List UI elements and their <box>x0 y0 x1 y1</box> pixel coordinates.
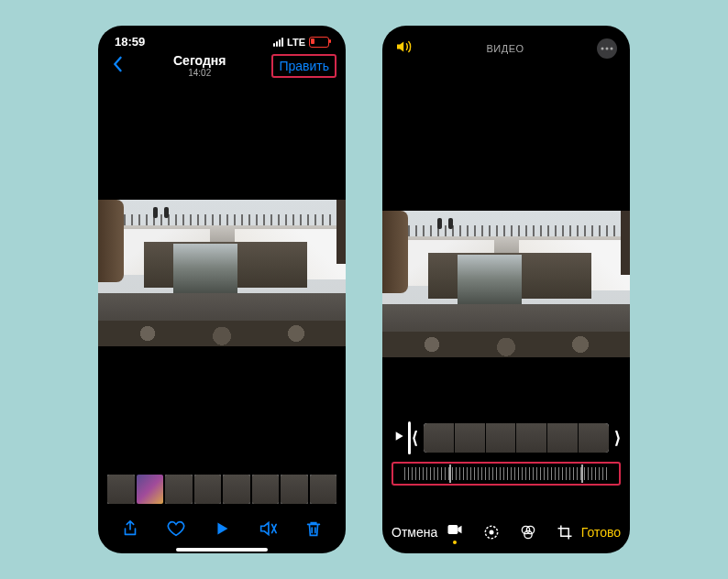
svg-point-5 <box>489 530 493 535</box>
svg-point-2 <box>611 48 613 50</box>
favorite-button[interactable] <box>166 519 186 542</box>
share-button[interactable] <box>120 519 140 542</box>
tool-filters[interactable] <box>519 523 537 541</box>
title-area: Сегодня 14:02 <box>173 53 226 78</box>
trim-handle-left[interactable]: ⟨ <box>412 428 418 448</box>
svg-point-7 <box>526 526 534 533</box>
back-button[interactable] <box>107 54 127 78</box>
delete-button[interactable] <box>303 519 324 542</box>
thumbnail-item[interactable] <box>165 475 193 504</box>
cancel-button[interactable]: Отмена <box>392 525 437 540</box>
svg-point-8 <box>524 530 531 538</box>
editor-header: ВИДЕО <box>382 26 630 64</box>
battery-icon <box>309 37 329 48</box>
editor-preview[interactable] <box>382 211 630 357</box>
thumbnail-item[interactable] <box>223 475 250 504</box>
thumbnail-item[interactable] <box>310 475 337 504</box>
title-main: Сегодня <box>173 53 226 68</box>
done-button[interactable]: Готово <box>581 525 621 540</box>
trim-track[interactable] <box>424 423 609 453</box>
edit-button[interactable]: Править <box>271 54 336 78</box>
status-right: LTE <box>273 37 329 48</box>
phone-viewer: 18:59 LTE Сегодня 14:02 Править <box>98 26 346 553</box>
sound-button[interactable] <box>395 39 414 58</box>
header: Сегодня 14:02 Править <box>98 50 346 81</box>
toolbar <box>98 519 346 542</box>
carrier-label: LTE <box>287 37 305 48</box>
svg-point-0 <box>601 48 604 50</box>
trim-handle-right[interactable]: ⟩ <box>614 428 621 448</box>
status-bar: 18:59 LTE <box>98 26 346 50</box>
play-button-small[interactable] <box>392 429 406 447</box>
thumbnail-item[interactable] <box>281 475 308 504</box>
tool-adjust[interactable] <box>482 523 501 541</box>
status-time: 18:59 <box>115 35 145 49</box>
home-indicator[interactable] <box>176 548 268 552</box>
svg-point-1 <box>606 48 609 50</box>
title-subtitle: 14:02 <box>173 68 226 78</box>
tool-icons <box>446 520 574 544</box>
signal-icon <box>273 38 283 47</box>
phone-editor: ВИДЕО ⟨ ⟩ Отмена Готово <box>382 26 630 553</box>
tool-video[interactable] <box>446 520 464 544</box>
thumbnail-item[interactable] <box>137 475 164 504</box>
thumbnail-item[interactable] <box>252 475 280 504</box>
thumbnail-strip[interactable] <box>107 475 336 504</box>
mute-button[interactable] <box>258 519 278 542</box>
tool-crop[interactable] <box>556 523 574 541</box>
editor-toolbar: Отмена Готово <box>382 520 630 544</box>
thumbnail-item[interactable] <box>107 475 135 504</box>
slider-track[interactable] <box>404 467 607 480</box>
svg-rect-3 <box>447 525 458 534</box>
play-button[interactable] <box>212 519 232 542</box>
trim-bar: ⟨ ⟩ <box>392 421 621 454</box>
adjustment-slider[interactable] <box>392 462 621 486</box>
video-preview[interactable] <box>98 200 346 346</box>
thumbnail-item[interactable] <box>194 475 222 504</box>
more-button[interactable] <box>597 38 617 59</box>
editor-title: ВИДЕО <box>486 43 524 54</box>
